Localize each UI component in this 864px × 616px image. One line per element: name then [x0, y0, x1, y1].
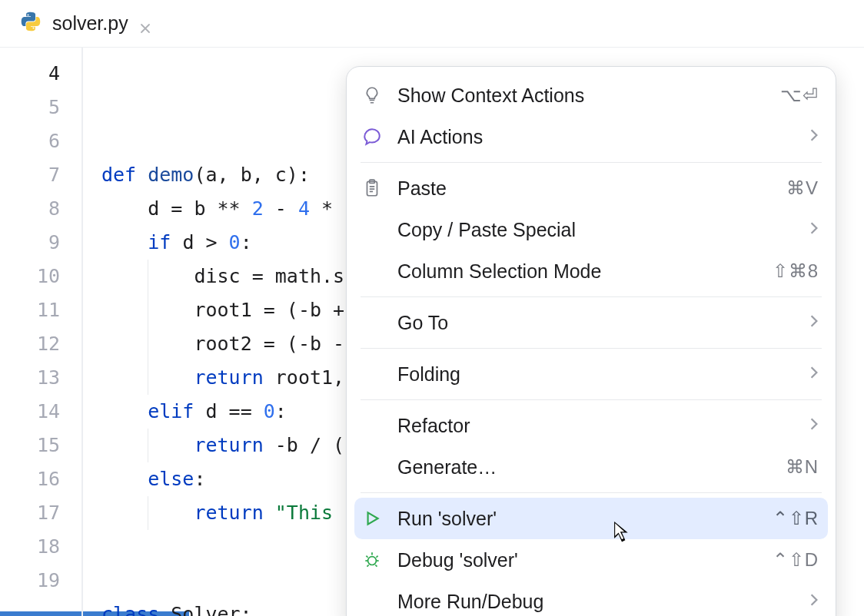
- menu-item[interactable]: Debug 'solver'⌃⇧D: [347, 539, 836, 581]
- run-icon: [361, 507, 384, 530]
- menu-item-label: More Run/Debug: [397, 591, 796, 613]
- line-number: 17: [0, 496, 60, 530]
- tab-bar: solver.py: [0, 0, 864, 48]
- mouse-cursor-icon: [613, 521, 630, 544]
- blank-icon: [361, 218, 384, 241]
- menu-item[interactable]: Column Selection Mode⇧⌘8: [347, 250, 836, 292]
- chevron-right-icon: [809, 127, 819, 147]
- menu-item[interactable]: Paste⌘V: [347, 167, 836, 209]
- menu-item-label: Column Selection Mode: [397, 260, 759, 283]
- menu-item-label: Refactor: [397, 415, 796, 437]
- menu-shortcut: ⌘N: [786, 456, 819, 478]
- menu-shortcut: ⌘V: [786, 177, 819, 199]
- menu-item[interactable]: Show Context Actions⌥⏎: [347, 75, 836, 116]
- blank-icon: [361, 260, 384, 283]
- menu-item-label: Generate…: [397, 456, 772, 479]
- menu-shortcut: ⌃⇧R: [773, 508, 819, 529]
- menu-item[interactable]: AI Actions: [347, 116, 836, 157]
- line-number: 8: [0, 192, 60, 226]
- tab-solver-py[interactable]: solver.py: [0, 0, 170, 47]
- line-number: 10: [0, 260, 60, 293]
- menu-item-label: Debug 'solver': [397, 549, 759, 571]
- line-number: 12: [0, 327, 60, 361]
- menu-item[interactable]: Generate…⌘N: [347, 446, 836, 488]
- menu-shortcut: ⌥⏎: [780, 84, 819, 106]
- close-tab-icon[interactable]: [139, 17, 153, 31]
- menu-item[interactable]: Go To: [347, 302, 836, 343]
- line-number: 13: [0, 361, 60, 395]
- line-number: 7: [0, 158, 60, 192]
- menu-separator: [361, 348, 822, 349]
- menu-item[interactable]: Run 'solver'⌃⇧R: [354, 498, 828, 539]
- menu-item-label: AI Actions: [397, 126, 796, 148]
- line-number: 11: [0, 293, 60, 327]
- menu-item-label: Go To: [397, 312, 796, 334]
- menu-item[interactable]: More Run/Debug: [347, 581, 836, 616]
- chevron-right-icon: [809, 416, 819, 436]
- blank-icon: [361, 414, 384, 437]
- menu-separator: [361, 492, 822, 493]
- line-number: 6: [0, 124, 60, 158]
- menu-separator: [361, 296, 822, 297]
- menu-separator: [361, 162, 822, 163]
- blank-icon: [361, 590, 384, 613]
- line-number: 18: [0, 530, 60, 564]
- line-number: 4: [0, 57, 60, 91]
- line-number: 16: [0, 462, 60, 496]
- blank-icon: [361, 311, 384, 334]
- tab-label: solver.py: [52, 12, 128, 35]
- paste-icon: [361, 177, 384, 200]
- ai-icon: [361, 125, 384, 148]
- menu-shortcut: ⌃⇧D: [773, 549, 819, 571]
- chevron-right-icon: [809, 591, 819, 611]
- chevron-right-icon: [809, 364, 819, 384]
- chevron-right-icon: [809, 220, 819, 240]
- editor-window: solver.py 45678910111213141516171819 def…: [0, 0, 864, 616]
- bulb-icon: [361, 84, 384, 107]
- menu-item[interactable]: Copy / Paste Special: [347, 209, 836, 250]
- menu-item-label: Run 'solver': [397, 508, 759, 530]
- line-number: 15: [0, 429, 60, 462]
- svg-point-2: [368, 557, 377, 565]
- menu-item-label: Folding: [397, 363, 796, 386]
- menu-shortcut: ⇧⌘8: [773, 260, 819, 282]
- menu-item[interactable]: Refactor: [347, 405, 836, 446]
- menu-item-label: Copy / Paste Special: [397, 219, 796, 241]
- blank-icon: [361, 363, 384, 386]
- python-file-icon: [20, 11, 42, 37]
- line-number: 5: [0, 91, 60, 124]
- context-menu: Show Context Actions⌥⏎AI ActionsPaste⌘VC…: [346, 66, 836, 616]
- line-number: 9: [0, 226, 60, 260]
- line-number: 14: [0, 395, 60, 429]
- blank-icon: [361, 455, 384, 479]
- chevron-right-icon: [809, 313, 819, 333]
- line-number-gutter: 45678910111213141516171819: [0, 48, 81, 616]
- menu-separator: [361, 399, 822, 400]
- line-number: 19: [0, 564, 60, 598]
- debug-icon: [361, 548, 384, 571]
- menu-item[interactable]: Folding: [347, 353, 836, 395]
- menu-item-label: Paste: [397, 177, 773, 200]
- menu-item-label: Show Context Actions: [397, 84, 766, 107]
